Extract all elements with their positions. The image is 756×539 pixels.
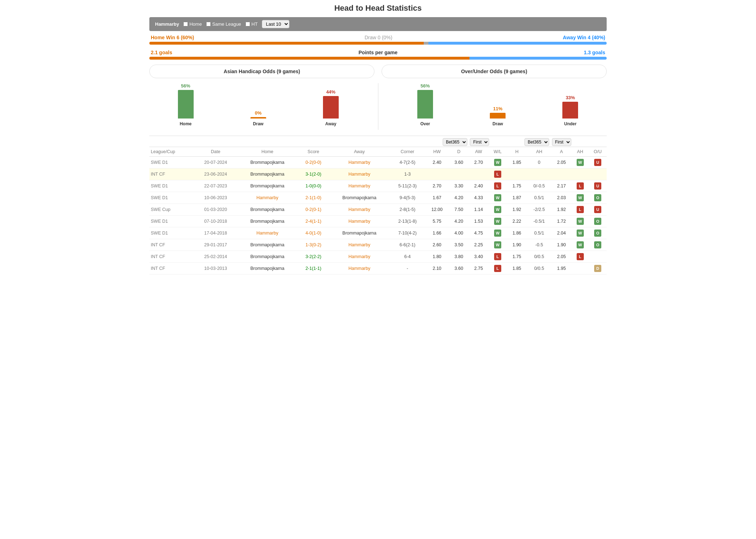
- bet365-select-1[interactable]: Bet365: [443, 138, 467, 146]
- filter-same-league-checkbox[interactable]: [206, 22, 211, 26]
- chart-draw-ou-pct: 11%: [493, 106, 502, 111]
- chart-draw-ou-label: Draw: [493, 121, 503, 126]
- th-away: Away: [329, 147, 390, 157]
- table-header-row: League/Cup Date Home Score Away Corner H…: [149, 147, 607, 157]
- ah-odds-box: Asian Handicap Odds (9 games): [149, 65, 374, 78]
- win-bar-draw: [424, 42, 428, 45]
- table-row: SWE Cup01-03-2020Brommapojkarna0-2(0-1)H…: [149, 204, 607, 216]
- filter-home-checkbox[interactable]: [183, 22, 188, 26]
- chart-draw-ah: 0% Draw: [250, 110, 266, 126]
- th-score: Score: [298, 147, 329, 157]
- chart-home-label: Home: [180, 121, 192, 126]
- chart-divider: [378, 83, 378, 130]
- table-row: INT CF10-03-2013Brommapojkarna2-1(1-1)Ha…: [149, 263, 607, 274]
- filter-bar: Hammarby Home Same League HT Last 10: [149, 17, 607, 31]
- th-ou: O/U: [589, 147, 607, 157]
- chart-draw-ah-pct: 0%: [255, 110, 262, 116]
- table-row: SWE D107-10-2018Brommapojkarna2-4(1-1)Ha…: [149, 216, 607, 227]
- filter-ht-checkbox[interactable]: [245, 22, 250, 26]
- th-home: Home: [237, 147, 298, 157]
- th-a: A: [552, 147, 572, 157]
- chart-under-pct: 33%: [566, 95, 575, 100]
- table-row: SWE D110-06-2023Hammarby2-1(1-0)Brommapo…: [149, 192, 607, 204]
- goals-bar-away: [469, 57, 607, 60]
- win-bar-home: [149, 42, 424, 45]
- chart-draw-ou-bar: [490, 113, 506, 119]
- first-select-2[interactable]: First: [552, 138, 571, 146]
- charts-section: 56% Home 0% Draw 44% Away 56% Over: [149, 83, 607, 130]
- goals-bar: [149, 57, 607, 60]
- table-row: INT CF29-01-2017Brommapojkarna1-3(0-2)Ha…: [149, 239, 607, 251]
- col-spacer: [149, 136, 425, 147]
- chart-home-pct: 56%: [181, 83, 190, 89]
- th-ah: AH: [527, 147, 552, 157]
- goals-bar-home: [149, 57, 469, 60]
- table-row: INT CF25-02-2014Brommapojkarna3-2(2-2)Ha…: [149, 251, 607, 263]
- chart-home: 56% Home: [178, 83, 194, 126]
- chart-away-label: Away: [325, 121, 336, 126]
- th-date: Date: [194, 147, 237, 157]
- table-body: SWE D120-07-2024Brommapojkarna0-2(0-0)Ha…: [149, 157, 607, 274]
- matches-table: Bet365 First Bet365 First Lea: [149, 136, 607, 274]
- goals-right: 1.3 goals: [584, 50, 605, 55]
- filter-same-league-label[interactable]: Same League: [206, 21, 241, 27]
- chart-over-bar: [417, 90, 433, 119]
- win-row: Home Win 6 (60%) Draw 0 (0%) Away Win 4 …: [149, 35, 607, 40]
- chart-over-label: Over: [420, 121, 430, 126]
- goals-center: Points per game: [359, 50, 398, 55]
- filter-ht-label[interactable]: HT: [245, 21, 258, 27]
- th-d: D: [449, 147, 469, 157]
- chart-draw-ah-bar: [250, 117, 266, 119]
- th-ah2: AH: [571, 147, 588, 157]
- chart-under: 33% Under: [562, 95, 578, 126]
- bet365-group-1: Bet365 First: [425, 136, 507, 147]
- table-controls-row: Bet365 First Bet365 First: [149, 136, 607, 147]
- away-win-label: Away Win 4 (40%): [563, 35, 605, 40]
- chart-away-bar: [323, 96, 339, 119]
- win-bar: [149, 42, 607, 45]
- table-row: SWE D122-07-2023Brommapojkarna1-0(0-0)Ha…: [149, 180, 607, 192]
- th-aw: AW: [469, 147, 488, 157]
- chart-away-pct: 44%: [326, 89, 335, 95]
- filter-home-label[interactable]: Home: [183, 21, 202, 27]
- chart-over-pct: 56%: [421, 83, 430, 89]
- page-title: Head to Head Statistics: [149, 4, 607, 13]
- last-select[interactable]: Last 10: [262, 20, 289, 28]
- chart-under-label: Under: [564, 121, 577, 126]
- chart-home-bar: [178, 90, 194, 119]
- chart-draw-ah-label: Draw: [253, 121, 263, 126]
- goals-row: 2.1 goals Points per game 1.3 goals: [149, 50, 607, 55]
- th-wl: W/L: [488, 147, 507, 157]
- table-row: INT CF23-06-2024Brommapojkarna3-1(2-0)Ha…: [149, 168, 607, 180]
- bet365-select-2[interactable]: Bet365: [524, 138, 549, 146]
- chart-over: 56% Over: [417, 83, 433, 126]
- th-h: H: [507, 147, 527, 157]
- win-bar-away: [428, 42, 607, 45]
- chart-away: 44% Away: [323, 89, 339, 126]
- chart-draw-ou: 11% Draw: [490, 106, 506, 126]
- filter-team: Hammarby: [155, 21, 179, 27]
- th-corner: Corner: [390, 147, 425, 157]
- table-row: SWE D117-04-2018Hammarby4-0(1-0)Brommapo…: [149, 227, 607, 239]
- th-hw: HW: [425, 147, 449, 157]
- first-select-1[interactable]: First: [470, 138, 489, 146]
- ou-col-spacer: [589, 136, 607, 147]
- ou-odds-box: Over/Under Odds (9 games): [382, 65, 607, 78]
- th-league: League/Cup: [149, 147, 194, 157]
- home-win-label: Home Win 6 (60%): [151, 35, 194, 40]
- draw-label: Draw 0 (0%): [364, 35, 392, 40]
- table-row: SWE D120-07-2024Brommapojkarna0-2(0-0)Ha…: [149, 157, 607, 168]
- odds-section: Asian Handicap Odds (9 games) Over/Under…: [149, 65, 607, 78]
- bet365-group-2: Bet365 First: [507, 136, 589, 147]
- chart-under-bar: [562, 102, 578, 119]
- goals-left: 2.1 goals: [151, 50, 172, 55]
